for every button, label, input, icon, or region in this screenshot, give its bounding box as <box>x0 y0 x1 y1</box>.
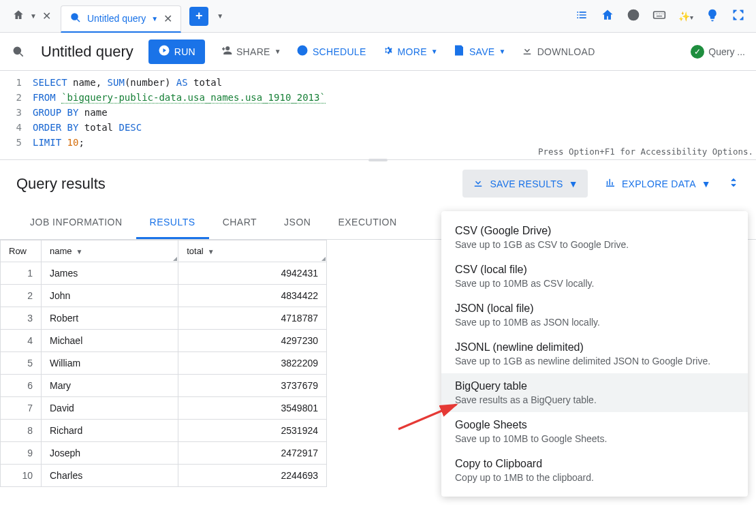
menu-item-bigquery-table[interactable]: BigQuery tableSave results as a BigQuery… <box>441 373 748 412</box>
menu-item-title: Copy to Clipboard <box>455 458 734 470</box>
line-number: 2 <box>0 90 33 105</box>
lightbulb-icon[interactable] <box>706 8 719 24</box>
sql-editor[interactable]: 1SELECT name, SUM(number) AS total2FROM … <box>0 71 756 160</box>
code-line[interactable]: 4ORDER BY total DESC <box>0 120 756 135</box>
column-header[interactable]: total▼ <box>178 240 327 262</box>
tab-chart[interactable]: CHART <box>209 207 270 239</box>
new-tab-button[interactable]: + <box>189 7 208 26</box>
table-row[interactable]: 7David3549801 <box>1 397 327 420</box>
save-button[interactable]: SAVE ▼ <box>453 44 506 59</box>
tab-label: Untitled query <box>87 13 146 24</box>
menu-item-json-local-file-[interactable]: JSON (local file)Save up to 10MB as JSON… <box>441 296 748 334</box>
schedule-icon <box>296 44 309 59</box>
menu-item-jsonl-newline-delimited-[interactable]: JSONL (newline delimited)Save up to 1GB … <box>441 334 748 373</box>
explore-data-button[interactable]: EXPLORE DATA ▼ <box>604 176 711 191</box>
cell-total: 3822209 <box>178 352 327 375</box>
menu-item-google-sheets[interactable]: Google SheetsSave up to 10MB to Google S… <box>441 412 748 451</box>
list-icon[interactable] <box>575 8 588 24</box>
row-number: 8 <box>1 420 42 442</box>
home-icon[interactable] <box>601 8 614 24</box>
keyboard-icon[interactable] <box>652 8 666 24</box>
menu-item-subtitle: Save up to 1GB as CSV to Google Drive. <box>455 239 734 250</box>
expand-collapse-icon[interactable] <box>727 176 740 191</box>
code-line[interactable]: 3GROUP BY name <box>0 105 756 120</box>
column-header[interactable]: name▼ <box>42 240 178 262</box>
active-query-tab[interactable]: Untitled query ▼ ✕ <box>61 5 181 33</box>
caret-down-icon: ▼ <box>431 48 438 55</box>
cell-name: James <box>42 262 178 285</box>
tab-overflow-caret[interactable]: ▼ <box>217 12 223 20</box>
cell-name: Richard <box>42 420 178 442</box>
caret-down-icon: ▼ <box>208 248 215 255</box>
table-row[interactable]: 8Richard2531924 <box>1 420 327 442</box>
save-results-dropdown: CSV (Google Drive)Save up to 1GB as CSV … <box>441 211 748 487</box>
gear-icon <box>381 44 394 59</box>
code-line[interactable]: 1SELECT name, SUM(number) AS total <box>0 75 756 90</box>
download-button[interactable]: DOWNLOAD <box>521 44 595 59</box>
menu-item-csv-local-file-[interactable]: CSV (local file)Save up to 10MB as CSV l… <box>441 257 748 296</box>
table-row[interactable]: 9Joseph2472917 <box>1 442 327 465</box>
menu-item-subtitle: Save results as a BigQuery table. <box>455 394 734 405</box>
more-button[interactable]: MORE ▼ <box>381 44 438 59</box>
close-icon[interactable]: ✕ <box>163 12 172 25</box>
menu-item-subtitle: Copy up to 1MB to the clipboard. <box>455 472 734 483</box>
table-row[interactable]: 6Mary3737679 <box>1 375 327 397</box>
row-number: 2 <box>1 285 42 307</box>
code-content: FROM `bigquery-public-data.usa_names.usa… <box>33 90 326 105</box>
caret-down-icon: ▼ <box>76 248 83 255</box>
svg-rect-2 <box>654 12 665 18</box>
menu-item-copy-to-clipboard[interactable]: Copy to ClipboardCopy up to 1MB to the c… <box>441 451 748 487</box>
cell-total: 4718787 <box>178 307 327 330</box>
tab-results[interactable]: RESULTS <box>136 207 209 239</box>
cell-total: 2531924 <box>178 420 327 442</box>
page-title: Untitled query <box>41 43 133 61</box>
menu-item-subtitle: Save up to 10MB as JSON locally. <box>455 317 734 328</box>
drag-handle-icon[interactable] <box>368 159 388 161</box>
fullscreen-icon[interactable] <box>731 8 745 24</box>
table-row[interactable]: 5William3822209 <box>1 352 327 375</box>
caret-down-icon: ▼ <box>569 178 578 189</box>
query-toolbar: Untitled query RUN SHARE ▼ SCHEDULE MORE… <box>0 33 756 71</box>
cell-name: John <box>42 285 178 307</box>
row-number: 3 <box>1 307 42 330</box>
caret-down-icon[interactable]: ▼ <box>151 15 158 22</box>
query-settings-icon[interactable] <box>11 44 26 59</box>
code-line[interactable]: 2FROM `bigquery-public-data.usa_names.us… <box>0 90 756 105</box>
table-row[interactable]: 4Michael4297230 <box>1 330 327 352</box>
resize-handle-icon[interactable] <box>321 257 326 261</box>
tab-job-information[interactable]: JOB INFORMATION <box>16 207 136 239</box>
svg-point-0 <box>72 14 78 20</box>
query-status: ✓ Query ... <box>691 45 745 59</box>
share-button[interactable]: SHARE ▼ <box>220 44 281 59</box>
menu-item-subtitle: Save up to 1GB as newline delimited JSON… <box>455 356 734 366</box>
table-row[interactable]: 2John4834422 <box>1 285 327 307</box>
column-header[interactable]: Row <box>1 240 42 262</box>
menu-item-csv-google-drive-[interactable]: CSV (Google Drive)Save up to 1GB as CSV … <box>441 218 748 257</box>
table-row[interactable]: 10Charles2244693 <box>1 465 327 487</box>
query-icon <box>69 12 82 26</box>
download-icon <box>472 176 484 191</box>
code-content: ORDER BY total DESC <box>33 120 142 135</box>
tab-execution[interactable]: EXECUTION <box>324 207 410 239</box>
schedule-button[interactable]: SCHEDULE <box>296 44 366 59</box>
header-action-icons: ✨▾ <box>575 8 751 24</box>
info-icon[interactable] <box>627 8 640 24</box>
magic-wand-icon[interactable]: ✨▾ <box>678 11 693 22</box>
run-button[interactable]: RUN <box>148 40 205 64</box>
cell-name: Robert <box>42 307 178 330</box>
line-number: 3 <box>0 105 33 120</box>
home-icon <box>12 9 25 23</box>
menu-item-title: CSV (local file) <box>455 264 734 276</box>
tab-json[interactable]: JSON <box>270 207 324 239</box>
table-row[interactable]: 3Robert4718787 <box>1 307 327 330</box>
svg-point-4 <box>16 49 18 51</box>
caret-down-icon: ▼ <box>30 12 37 20</box>
cell-total: 3549801 <box>178 397 327 420</box>
home-tab[interactable]: ▼ ✕ <box>5 4 58 29</box>
save-results-button[interactable]: SAVE RESULTS ▼ <box>462 170 588 198</box>
cell-name: Charles <box>42 465 178 487</box>
table-row[interactable]: 1James4942431 <box>1 262 327 285</box>
close-icon[interactable]: ✕ <box>42 10 51 22</box>
resize-handle-icon[interactable] <box>173 257 177 261</box>
row-number: 1 <box>1 262 42 285</box>
